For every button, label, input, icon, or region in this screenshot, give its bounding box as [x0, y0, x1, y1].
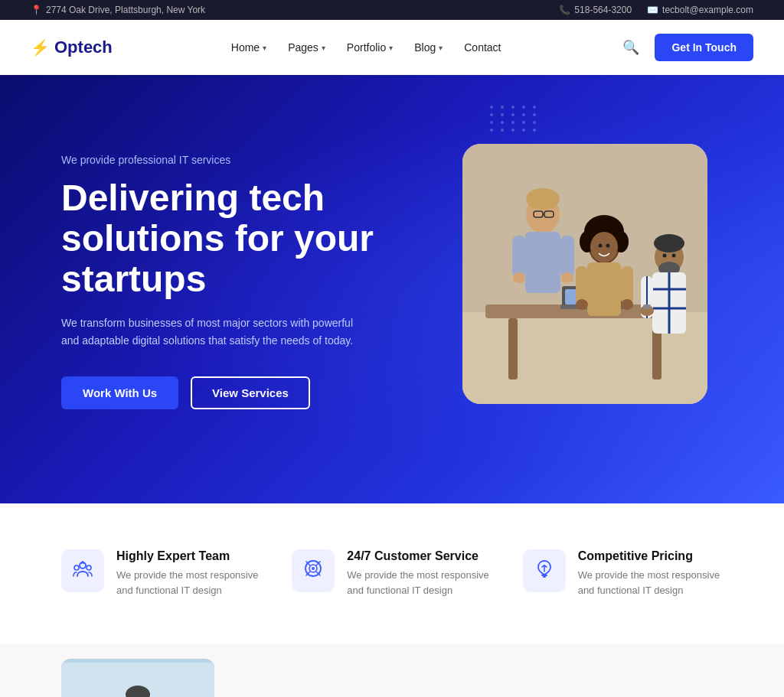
svg-point-9 — [526, 188, 560, 210]
email-item: ✉️ tecbolt@example.com — [647, 5, 753, 15]
brand-icon: ⚡ — [31, 38, 50, 57]
nav-item-contact[interactable]: Contact — [464, 41, 501, 54]
top-bar-left: 📍 2774 Oak Drive, Plattsburgh, New York — [31, 5, 205, 15]
navbar-actions: 🔍 Get In Touch — [619, 34, 753, 61]
chevron-down-icon: ▾ — [322, 44, 325, 52]
location-icon: 📍 — [31, 5, 42, 15]
nav-home-label: Home — [231, 41, 260, 54]
feature-text-pricing: Competitive Pricing We provide the most … — [578, 549, 723, 598]
svg-rect-3 — [508, 318, 518, 379]
nav-blog-label: Blog — [414, 41, 436, 54]
feature-icon-box-pricing — [523, 549, 566, 592]
email-icon: ✉️ — [647, 5, 658, 15]
svg-point-23 — [599, 244, 603, 248]
brand-logo[interactable]: ⚡ Optech — [31, 37, 113, 57]
svg-point-16 — [513, 272, 525, 283]
nav-pages-label: Pages — [288, 41, 318, 54]
phone-icon: 📞 — [559, 5, 570, 15]
nav-contact-label: Contact — [464, 41, 501, 54]
chevron-down-icon: ▾ — [439, 44, 443, 52]
phone-item: 📞 518-564-3200 — [559, 5, 632, 15]
nav-portfolio-label: Portfolio — [347, 41, 386, 54]
svg-rect-15 — [560, 236, 574, 278]
search-button[interactable]: 🔍 — [619, 36, 642, 59]
feature-icon-box-support — [292, 549, 335, 592]
hero-description: We transform businesses of most major se… — [61, 314, 368, 349]
svg-point-33 — [663, 254, 667, 258]
chevron-down-icon: ▾ — [389, 44, 393, 52]
svg-point-46 — [82, 561, 83, 562]
feature-text-team: Highly Expert Team We provide the most r… — [116, 549, 261, 598]
nav-item-pages[interactable]: Pages ▾ — [288, 41, 325, 54]
feature-item-support: 24/7 Customer Service We provide the mos… — [292, 549, 492, 598]
nav-item-home[interactable]: Home ▾ — [231, 41, 266, 54]
svg-rect-25 — [587, 262, 621, 316]
nav-item-blog[interactable]: Blog ▾ — [414, 41, 443, 54]
svg-point-31 — [654, 234, 684, 252]
svg-point-28 — [576, 299, 588, 310]
hero-image — [462, 144, 723, 419]
phone-text: 518-564-3200 — [574, 5, 632, 15]
svg-point-29 — [621, 299, 633, 310]
svg-rect-27 — [621, 266, 633, 305]
work-with-us-button[interactable]: Work With Us — [61, 376, 178, 409]
svg-point-49 — [312, 567, 315, 570]
svg-point-24 — [606, 244, 610, 248]
feature-desc-team: We provide the most responsive and funct… — [116, 568, 261, 598]
nav-menu: Home ▾ Pages ▾ Portfolio ▾ Blog ▾ Contac… — [231, 41, 501, 54]
address-item: 📍 2774 Oak Drive, Plattsburgh, New York — [31, 5, 205, 15]
svg-rect-51 — [543, 576, 546, 578]
svg-point-43 — [80, 562, 86, 568]
hero-section: We provide professional IT services Deli… — [0, 75, 784, 503]
hero-buttons: Work With Us View Services — [61, 376, 429, 409]
navbar: ⚡ Optech Home ▾ Pages ▾ Portfolio ▾ Blog… — [0, 20, 784, 75]
top-bar: 📍 2774 Oak Drive, Plattsburgh, New York … — [0, 0, 784, 20]
email-text: tecbolt@example.com — [662, 5, 753, 15]
hero-content: We provide professional IT services Deli… — [61, 154, 429, 409]
feature-text-support: 24/7 Customer Service We provide the mos… — [347, 549, 492, 598]
svg-rect-13 — [525, 232, 560, 293]
feature-title-pricing: Competitive Pricing — [578, 549, 723, 563]
address-text: 2774 Oak Drive, Plattsburgh, New York — [46, 5, 205, 15]
feature-title-team: Highly Expert Team — [116, 549, 261, 563]
pricing-icon — [534, 558, 555, 584]
svg-point-17 — [561, 272, 573, 283]
chevron-down-icon: ▾ — [263, 44, 266, 52]
hero-dots-decoration — [490, 106, 539, 132]
feature-desc-pricing: We provide the most responsive and funct… — [578, 568, 723, 598]
hero-title: Delivering tech solutions for your start… — [61, 178, 429, 299]
features-section: Highly Expert Team We provide the most r… — [0, 503, 784, 643]
feature-item-pricing: Competitive Pricing We provide the most … — [523, 549, 723, 598]
svg-point-45 — [87, 565, 91, 570]
svg-rect-26 — [576, 266, 588, 305]
svg-rect-50 — [541, 575, 547, 576]
svg-rect-14 — [512, 236, 526, 278]
svg-rect-42 — [643, 305, 651, 309]
team-icon — [72, 558, 93, 584]
feature-title-support: 24/7 Customer Service — [347, 549, 492, 563]
top-bar-right: 📞 518-564-3200 ✉️ tecbolt@example.com — [559, 5, 753, 15]
svg-point-44 — [74, 565, 79, 570]
support-icon — [302, 558, 324, 584]
hero-subtitle: We provide professional IT services — [61, 154, 429, 166]
hero-photo — [462, 144, 707, 404]
get-in-touch-button[interactable]: Get In Touch — [655, 34, 753, 61]
svg-point-22 — [590, 232, 618, 262]
svg-point-34 — [672, 254, 676, 258]
bottom-teaser — [0, 643, 784, 697]
nav-item-portfolio[interactable]: Portfolio ▾ — [347, 41, 393, 54]
search-icon: 🔍 — [622, 40, 639, 55]
feature-desc-support: We provide the most responsive and funct… — [347, 568, 492, 598]
view-services-button[interactable]: View Services — [191, 376, 310, 409]
feature-item-team: Highly Expert Team We provide the most r… — [61, 549, 261, 598]
teaser-image — [61, 659, 214, 697]
brand-name: Optech — [54, 37, 113, 57]
feature-icon-box-team — [61, 549, 104, 592]
